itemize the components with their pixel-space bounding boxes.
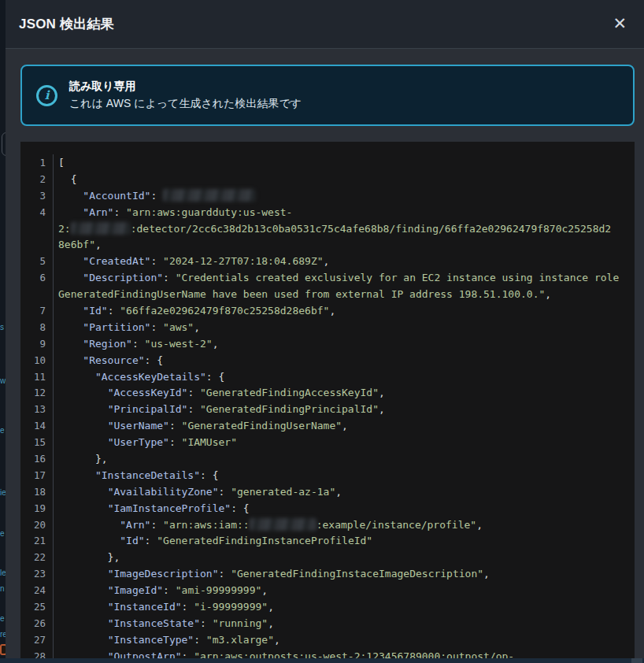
code-segment: "ImageId" xyxy=(108,584,163,596)
code-segment: , xyxy=(329,305,335,317)
code-line-text: "Id": "66ffa2e02962479f870c25258d28e6bf"… xyxy=(58,305,335,317)
code-segment: :example/instance/profile" xyxy=(316,519,477,531)
line-number: 14 xyxy=(20,417,46,434)
code-segment: "CreatedAt" xyxy=(83,255,150,267)
code-row: GeneratedFindingUserName have been used … xyxy=(20,286,635,302)
line-number: 13 xyxy=(20,401,46,417)
gutter-divider xyxy=(46,467,54,483)
code-segment: "PrincipalId" xyxy=(108,403,188,415)
gutter-divider xyxy=(46,532,54,549)
gutter-divider xyxy=(46,154,54,171)
banner-text: 読み取り専用 これは AWS によって生成された検出結果です xyxy=(69,80,302,111)
code-segment: : xyxy=(163,584,176,596)
code-line-text: [ xyxy=(58,157,65,169)
code-segment: "GeneratedFindingInstanceProfileId" xyxy=(157,535,372,546)
code-row: 19 "IamInstanceProfile": { xyxy=(20,500,635,517)
code-segment xyxy=(58,255,83,267)
code-segment: "m3.xlarge" xyxy=(206,634,274,646)
page-fragment: e xyxy=(0,426,6,435)
code-segment: : xyxy=(145,535,157,546)
background-page-strip: sweieelenere xyxy=(0,0,6,663)
code-segment xyxy=(58,305,83,317)
gutter-divider xyxy=(46,253,54,269)
code-line-text: "Partition": "aws", xyxy=(58,321,200,333)
code-segment: , xyxy=(95,239,102,250)
code-line-text: "Id": "GeneratedFindingInstanceProfileId… xyxy=(58,535,372,546)
gutter-divider xyxy=(46,483,54,500)
code-segment: "GeneratedFindingPrincipalId" xyxy=(200,403,379,415)
code-row: 22 }, xyxy=(20,549,635,565)
code-row: 8e6bf", xyxy=(20,236,635,253)
code-row: 12 "AccessKeyId": "GeneratedFindingAcces… xyxy=(20,384,635,401)
line-number: 8 xyxy=(20,319,46,335)
code-line-text: "Arn": "arn:aws:guardduty:us-west- xyxy=(58,206,292,218)
close-icon: ✕ xyxy=(613,14,627,33)
code-segment: "AccessKeyDetails" xyxy=(95,371,206,383)
code-row: 27 "InstanceType": "m3.xlarge", xyxy=(20,632,635,648)
gutter-divider xyxy=(46,450,54,467)
code-line-text: "AccessKeyId": "GeneratedFindingAccessKe… xyxy=(58,387,385,398)
gutter-divider xyxy=(46,302,54,319)
code-row: 16 }, xyxy=(20,450,635,467)
code-segment: "Arn" xyxy=(120,519,150,531)
code-segment: , xyxy=(194,321,200,333)
code-segment: "arn:aws:guardduty:us-west- xyxy=(126,206,292,218)
code-segment: 8e6bf" xyxy=(58,239,95,250)
code-line-text: "AccessKeyDetails": { xyxy=(58,371,224,383)
code-row: 24 "ImageId": "ami-99999999", xyxy=(20,582,635,598)
code-segment: : xyxy=(169,436,182,448)
code-line-text: "AccountId": xyxy=(58,189,256,202)
line-number: 25 xyxy=(20,598,46,615)
line-number: 11 xyxy=(20,369,46,385)
gutter-divider xyxy=(46,369,54,385)
code-row: 14 "UserName": "GeneratedFindingUserName… xyxy=(20,417,635,434)
line-number: 21 xyxy=(20,532,46,549)
line-number: 3 xyxy=(20,187,46,204)
gutter-divider xyxy=(46,187,54,204)
line-number xyxy=(20,286,46,302)
banner-title: 読み取り専用 xyxy=(69,80,302,94)
code-segment: "Id" xyxy=(120,535,144,546)
code-line-text: "ImageId": "ami-99999999", xyxy=(58,584,268,596)
code-segment: , xyxy=(268,617,274,629)
code-segment: : { xyxy=(231,502,249,514)
gutter-divider xyxy=(46,549,54,565)
line-number: 17 xyxy=(20,467,46,483)
close-button[interactable]: ✕ xyxy=(608,13,631,35)
code-segment: : xyxy=(113,206,126,218)
code-segment xyxy=(58,436,108,448)
page-fragment: e xyxy=(0,529,6,539)
code-segment: : xyxy=(132,338,145,350)
gutter-divider xyxy=(46,384,54,401)
gutter-divider xyxy=(46,615,54,632)
code-segment: "ami-99999999" xyxy=(176,584,262,596)
code-segment xyxy=(58,535,120,546)
code-line-text: }, xyxy=(58,453,108,465)
line-number: 22 xyxy=(20,549,46,565)
page-fragment: ie xyxy=(0,488,6,498)
code-line-text: "UserName": "GeneratedFindingUserName", xyxy=(58,420,348,432)
line-number: 7 xyxy=(20,302,46,319)
code-segment: : { xyxy=(145,354,163,366)
line-number: 23 xyxy=(20,565,46,582)
code-segment xyxy=(58,190,83,202)
code-line-text: "InstanceState": "running", xyxy=(58,617,274,629)
code-row: 1[ xyxy=(20,154,635,171)
code-line-text: "InstanceType": "m3.xlarge", xyxy=(58,634,280,646)
page-fragment: n xyxy=(0,584,6,594)
code-editor[interactable]: 1[2 {3 "AccountId": 4 "Arn": "arn:aws:gu… xyxy=(20,142,635,663)
code-line-text: 2::detector/2cc6c38d2b13c0ba0531c75c4afe… xyxy=(58,222,611,235)
gutter-divider xyxy=(46,352,54,369)
code-line-text: { xyxy=(58,173,76,185)
code-segment: , xyxy=(268,601,274,613)
code-segment xyxy=(58,502,108,514)
gutter-divider xyxy=(46,220,54,237)
gutter-divider xyxy=(46,598,54,615)
code-segment: "InstanceType" xyxy=(108,634,194,646)
line-number: 6 xyxy=(20,269,46,286)
page-fragment: s xyxy=(0,323,6,332)
line-number: 9 xyxy=(20,335,46,352)
gutter-divider xyxy=(46,236,54,253)
code-segment xyxy=(58,272,83,283)
code-segment: "running" xyxy=(213,617,268,629)
